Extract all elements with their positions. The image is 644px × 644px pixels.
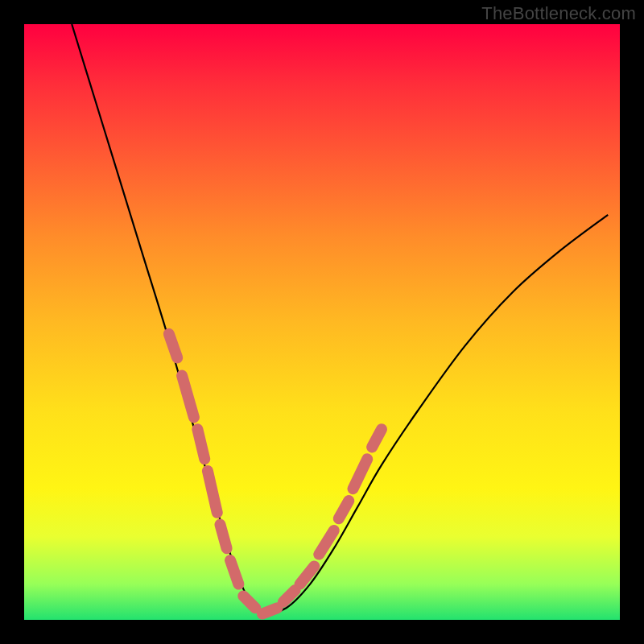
highlight-dash	[339, 501, 349, 518]
highlight-dash	[197, 429, 204, 459]
highlight-dash	[372, 429, 382, 447]
highlight-dash	[169, 334, 177, 358]
credit-watermark: TheBottleneck.com	[481, 3, 636, 24]
plot-area	[24, 24, 620, 620]
highlight-dash	[230, 560, 238, 584]
chart-frame: TheBottleneck.com	[0, 0, 644, 644]
highlight-dash	[208, 471, 217, 513]
highlight-dash	[353, 459, 367, 489]
highlight-dash	[182, 376, 194, 418]
highlight-dashes-right	[262, 429, 382, 613]
highlight-dash	[220, 525, 226, 549]
highlight-dash	[243, 596, 255, 608]
highlight-dash	[283, 590, 295, 602]
bottleneck-curve	[72, 24, 608, 614]
curve-svg	[24, 24, 620, 620]
highlight-dash	[262, 608, 278, 613]
highlight-dashes-left	[169, 334, 255, 608]
